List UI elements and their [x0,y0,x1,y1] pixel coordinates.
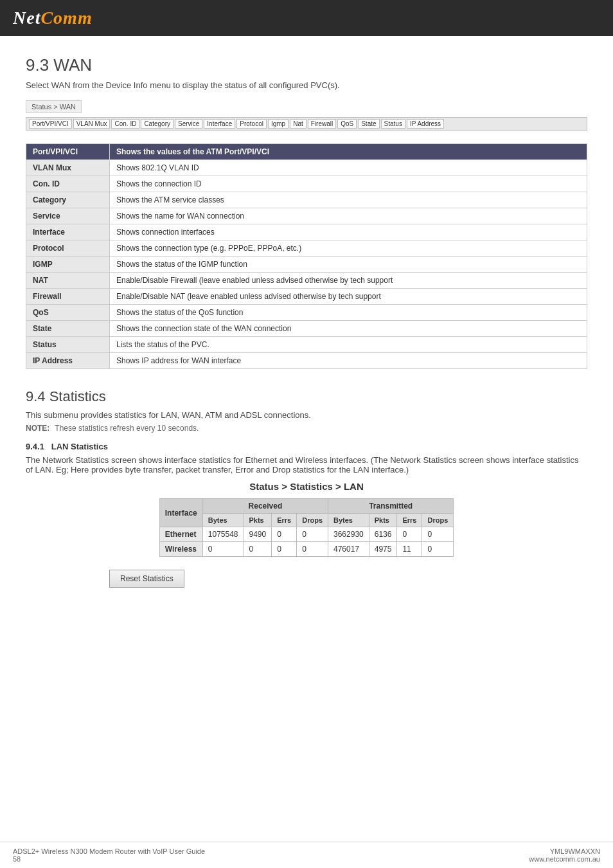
th-tx-errs: Errs [397,514,422,527]
note-label: NOTE: [26,424,49,433]
logo: NetComm [13,8,93,28]
wan-table-label: Service [26,208,110,224]
wan-table-value: Shows connection interfaces [110,224,587,240]
wan-table-value: Shows the connection type (e.g. PPPoE, P… [110,240,587,257]
wan-info-table: Port/VPI/VCIShows the values of the ATM … [26,143,587,369]
wan-table-value: Shows the values of the ATM Port/VPI/VCI [110,144,587,160]
wan-table-label: Con. ID [26,176,110,192]
wan-table-value: Enable/Disable NAT (leave enabled unless… [110,289,587,305]
wan-table-label: Port/VPI/VCI [26,144,110,160]
section-93-desc: Select WAN from the Device Info menu to … [26,80,587,90]
stats-value-cell: 1075548 [202,527,244,542]
col-header-interface: Interface [204,119,235,129]
wan-table-row: FirewallEnable/Disable NAT (leave enable… [26,289,587,305]
wan-table-row: ServiceShows the name for WAN connection [26,208,587,224]
col-header-category: Category [141,119,173,129]
wan-table-label: Category [26,192,110,208]
note-line: NOTE:These statistics refresh every 10 s… [26,424,587,433]
wan-table-row: IGMPShows the status of the IGMP functio… [26,257,587,273]
wan-table-label: Status [26,337,110,353]
stats-heading: Status > Statistics > LAN [26,481,587,492]
header: NetComm [0,0,613,36]
wan-column-header-bar: Port/VPI/VCI VLAN Mux Con. ID Category S… [26,117,587,131]
stats-table-wrap: Interface Received Transmitted Bytes Pkt… [26,498,587,557]
section-941-title: LAN Statistics [51,442,108,451]
th-transmitted: Transmitted [328,499,454,514]
wan-table-row: ProtocolShows the connection type (e.g. … [26,240,587,257]
wan-table-row: IP AddressShows IP address for WAN inter… [26,353,587,369]
stats-value-cell: 0 [297,542,328,557]
wan-table-row: InterfaceShows connection interfaces [26,224,587,240]
wan-table-row: StatusLists the status of the PVC. [26,337,587,353]
stats-value-cell: 0 [422,542,454,557]
wan-table-value: Shows the status of the IGMP function [110,257,587,273]
stats-value-cell: 0 [272,527,297,542]
wan-table-label: IGMP [26,257,110,273]
wan-table-row: Port/VPI/VCIShows the values of the ATM … [26,144,587,160]
stats-value-cell: 0 [297,527,328,542]
section-941-heading: 9.4.1 LAN Statistics [26,442,587,451]
wan-table-value: Enable/Disable Firewall (leave enabled u… [110,273,587,289]
stats-value-cell: 4975 [369,542,397,557]
th-interface: Interface [159,499,202,527]
stats-interface-cell: Ethernet [159,527,202,542]
wan-table-label: Interface [26,224,110,240]
col-header-protocol: Protocol [236,119,267,129]
wan-table-row: CategoryShows the ATM service classes [26,192,587,208]
wan-table-row: NATEnable/Disable Firewall (leave enable… [26,273,587,289]
wan-table-label: State [26,321,110,337]
stats-value-cell: 3662930 [328,527,369,542]
wan-table-label: Firewall [26,289,110,305]
th-rx-drops: Drops [297,514,328,527]
th-tx-pkts: Pkts [369,514,397,527]
wan-table-value: Shows the ATM service classes [110,192,587,208]
col-header-port-vpi-vci: Port/VPI/VCI [29,119,72,129]
col-header-state: State [358,119,379,129]
stats-table-row: Wireless00004760174975110 [159,542,454,557]
col-header-status: Status [381,119,405,129]
footer-right: YML9WMAXXN www.netcomm.com.au [529,847,600,863]
section-94-desc: This submenu provides statistics for LAN… [26,410,587,420]
th-rx-pkts: Pkts [244,514,272,527]
footer-right-line1: YML9WMAXXN [529,847,600,855]
col-header-qos: QoS [337,119,357,129]
stats-interface-cell: Wireless [159,542,202,557]
col-header-vlan-mux: VLAN Mux [73,119,111,129]
wan-table-row: StateShows the connection state of the W… [26,321,587,337]
wan-table-label: IP Address [26,353,110,369]
wan-table-value: Shows the name for WAN connection [110,208,587,224]
wan-table-row: VLAN MuxShows 802.1Q VLAN ID [26,160,587,176]
col-header-service: Service [175,119,202,129]
stats-value-cell: 0 [202,542,244,557]
th-tx-bytes: Bytes [328,514,369,527]
wan-table-row: Con. IDShows the connection ID [26,176,587,192]
main-content: 9.3 WAN Select WAN from the Device Info … [0,36,613,633]
wan-table-value: Shows the connection state of the WAN co… [110,321,587,337]
section-941-number: 9.4.1 [26,442,44,451]
stats-value-cell: 11 [397,542,422,557]
th-tx-drops: Drops [422,514,454,527]
footer-right-line2: www.netcomm.com.au [529,855,600,863]
th-rx-bytes: Bytes [202,514,244,527]
section-941: 9.4.1 LAN Statistics The Network Statist… [26,442,587,475]
wan-table-value: Shows the status of the QoS function [110,305,587,321]
stats-value-cell: 0 [422,527,454,542]
footer-left-line2: 58 [13,855,205,863]
col-header-firewall: Firewall [308,119,336,129]
stats-value-cell: 9490 [244,527,272,542]
reset-statistics-button[interactable]: Reset Statistics [109,570,184,588]
th-rx-errs: Errs [272,514,297,527]
wan-table-label: NAT [26,273,110,289]
stats-value-cell: 0 [272,542,297,557]
wan-table-label: Protocol [26,240,110,257]
logo-comm: Comm [40,8,92,28]
stats-value-cell: 476017 [328,542,369,557]
th-received: Received [202,499,328,514]
stats-table: Interface Received Transmitted Bytes Pkt… [159,498,454,557]
section-93-title: 9.3 WAN [26,55,587,75]
breadcrumb-wan: Status > WAN [26,100,82,113]
wan-table-value: Lists the status of the PVC. [110,337,587,353]
col-header-con-id: Con. ID [111,119,139,129]
stats-value-cell: 0 [244,542,272,557]
footer: ADSL2+ Wireless N300 Modem Router with V… [0,842,613,868]
